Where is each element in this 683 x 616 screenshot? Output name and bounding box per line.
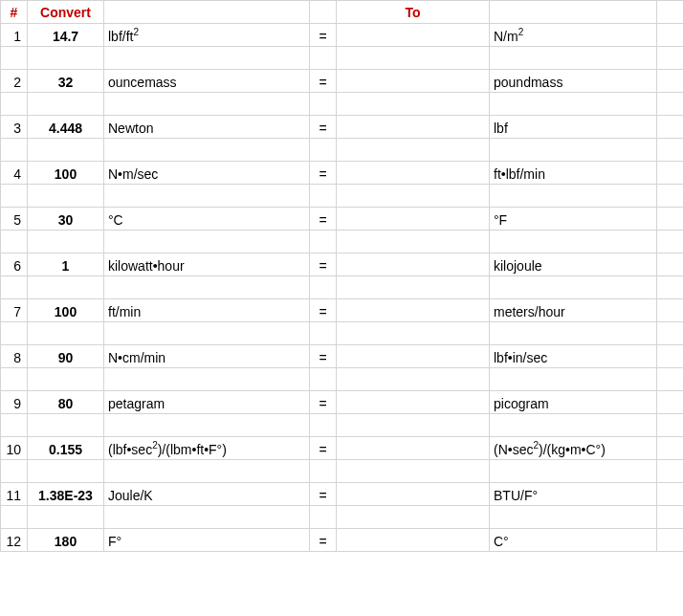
to-unit[interactable]: N/m2 <box>490 24 657 47</box>
convert-value[interactable]: 80 <box>28 391 104 414</box>
end-cell[interactable] <box>657 437 684 460</box>
spacer-row <box>1 460 684 483</box>
convert-value[interactable]: 1.38E-23 <box>28 483 104 506</box>
to-value[interactable] <box>337 437 490 460</box>
convert-value[interactable]: 90 <box>28 345 104 368</box>
convert-value[interactable]: 14.7 <box>28 24 104 47</box>
table-row: 7100ft/min=meters/hour <box>1 299 684 322</box>
table-row: 114.7lbf/ft2=N/m2 <box>1 24 684 47</box>
end-cell[interactable] <box>657 391 684 414</box>
to-unit[interactable]: ft•lbf/min <box>490 162 657 185</box>
end-cell[interactable] <box>657 208 684 231</box>
from-unit[interactable]: (lbf•sec2)/(lbm•ft•F°) <box>104 437 310 460</box>
to-value[interactable] <box>337 345 490 368</box>
convert-value[interactable]: 0.155 <box>28 437 104 460</box>
table-row: 980petagram=picogram <box>1 391 684 414</box>
spacer-row <box>1 139 684 162</box>
to-unit[interactable]: C° <box>490 529 657 552</box>
from-unit[interactable]: Joule/K <box>104 483 310 506</box>
to-value[interactable] <box>337 529 490 552</box>
table-row: 34.448Newton=lbf <box>1 116 684 139</box>
convert-value[interactable]: 4.448 <box>28 116 104 139</box>
end-cell[interactable] <box>657 70 684 93</box>
row-number: 9 <box>1 391 28 414</box>
spacer-row <box>1 185 684 208</box>
header-row: # Convert To <box>1 1 684 24</box>
to-unit[interactable]: picogram <box>490 391 657 414</box>
to-unit[interactable]: poundmass <box>490 70 657 93</box>
convert-value[interactable]: 32 <box>28 70 104 93</box>
table-row: 111.38E-23Joule/K=BTU/F° <box>1 483 684 506</box>
header-eq <box>310 1 337 24</box>
from-unit[interactable]: Newton <box>104 116 310 139</box>
end-cell[interactable] <box>657 116 684 139</box>
spacer-row <box>1 47 684 70</box>
table-row: 4100N•m/sec=ft•lbf/min <box>1 162 684 185</box>
conversion-table: # Convert To 114.7lbf/ft2=N/m2232ouncema… <box>0 0 683 552</box>
row-number: 7 <box>1 299 28 322</box>
row-number: 2 <box>1 70 28 93</box>
header-from <box>104 1 310 24</box>
header-convert: Convert <box>28 1 104 24</box>
equals-sign: = <box>310 345 337 368</box>
spacer-row <box>1 506 684 529</box>
table-row: 530°C=°F <box>1 208 684 231</box>
end-cell[interactable] <box>657 24 684 47</box>
convert-value[interactable]: 100 <box>28 299 104 322</box>
equals-sign: = <box>310 299 337 322</box>
spacer-row <box>1 276 684 299</box>
row-number: 1 <box>1 24 28 47</box>
table-row: 61kilowatt•hour=kilojoule <box>1 253 684 276</box>
spacer-row <box>1 231 684 253</box>
convert-value[interactable]: 30 <box>28 208 104 231</box>
equals-sign: = <box>310 116 337 139</box>
to-unit[interactable]: °F <box>490 208 657 231</box>
to-unit[interactable]: lbf <box>490 116 657 139</box>
from-unit[interactable]: N•m/sec <box>104 162 310 185</box>
convert-value[interactable]: 1 <box>28 253 104 276</box>
to-value[interactable] <box>337 162 490 185</box>
from-unit[interactable]: petagram <box>104 391 310 414</box>
from-unit[interactable]: F° <box>104 529 310 552</box>
end-cell[interactable] <box>657 483 684 506</box>
to-value[interactable] <box>337 483 490 506</box>
equals-sign: = <box>310 391 337 414</box>
from-unit[interactable]: ft/min <box>104 299 310 322</box>
from-unit[interactable]: N•cm/min <box>104 345 310 368</box>
convert-value[interactable]: 180 <box>28 529 104 552</box>
table-row: 100.155(lbf•sec2)/(lbm•ft•F°)=(N•sec2)/(… <box>1 437 684 460</box>
to-unit[interactable]: kilojoule <box>490 253 657 276</box>
to-value[interactable] <box>337 208 490 231</box>
equals-sign: = <box>310 162 337 185</box>
from-unit[interactable]: ouncemass <box>104 70 310 93</box>
to-value[interactable] <box>337 116 490 139</box>
to-value[interactable] <box>337 253 490 276</box>
equals-sign: = <box>310 208 337 231</box>
row-number: 4 <box>1 162 28 185</box>
equals-sign: = <box>310 529 337 552</box>
to-value[interactable] <box>337 391 490 414</box>
to-value[interactable] <box>337 70 490 93</box>
from-unit[interactable]: kilowatt•hour <box>104 253 310 276</box>
equals-sign: = <box>310 70 337 93</box>
to-value[interactable] <box>337 24 490 47</box>
end-cell[interactable] <box>657 162 684 185</box>
row-number: 8 <box>1 345 28 368</box>
to-unit[interactable]: BTU/F° <box>490 483 657 506</box>
to-unit[interactable]: lbf•in/sec <box>490 345 657 368</box>
end-cell[interactable] <box>657 345 684 368</box>
table-row: 890N•cm/min=lbf•in/sec <box>1 345 684 368</box>
to-unit[interactable]: (N•sec2)/(kg•m•C°) <box>490 437 657 460</box>
table-row: 232ouncemass=poundmass <box>1 70 684 93</box>
header-end <box>657 1 684 24</box>
end-cell[interactable] <box>657 529 684 552</box>
convert-value[interactable]: 100 <box>28 162 104 185</box>
spacer-row <box>1 322 684 345</box>
from-unit[interactable]: lbf/ft2 <box>104 24 310 47</box>
to-value[interactable] <box>337 299 490 322</box>
end-cell[interactable] <box>657 299 684 322</box>
from-unit[interactable]: °C <box>104 208 310 231</box>
row-number: 12 <box>1 529 28 552</box>
to-unit[interactable]: meters/hour <box>490 299 657 322</box>
end-cell[interactable] <box>657 253 684 276</box>
